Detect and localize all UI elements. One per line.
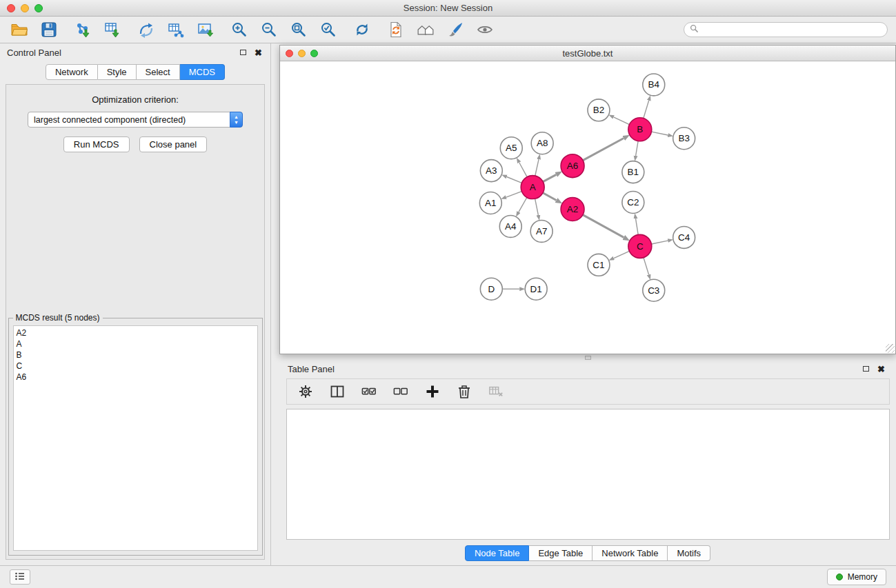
tab-select[interactable]: Select [137, 64, 180, 80]
graph-node-A2[interactable]: A2 [561, 198, 584, 221]
mcds-result-item[interactable]: B [17, 349, 255, 361]
refresh-network-view-button[interactable] [351, 19, 373, 40]
show-hide-details-button[interactable] [474, 19, 496, 40]
search-input[interactable] [701, 25, 882, 34]
import-table-from-file-button[interactable] [101, 19, 123, 40]
new-network-from-table-button[interactable] [165, 19, 187, 40]
tab-style[interactable]: Style [98, 64, 137, 80]
graph-edge-C-C4[interactable] [651, 241, 668, 244]
graph-edge-A6-B[interactable] [583, 139, 624, 161]
table-tab-node-table[interactable]: Node Table [465, 545, 530, 561]
graph-edge-A-A4[interactable] [519, 197, 527, 212]
close-panel-button[interactable]: Close panel [139, 136, 208, 152]
table-tab-network-table[interactable]: Network Table [593, 545, 668, 561]
graph-edge-B-B2[interactable] [614, 117, 630, 125]
graph-node-A6[interactable]: A6 [561, 154, 584, 178]
minimize-window-button[interactable] [21, 4, 29, 12]
graph-edge-A-A3[interactable] [507, 177, 522, 183]
open-file-button[interactable] [8, 19, 30, 40]
graph-node-D1[interactable]: D1 [525, 278, 547, 300]
network-zoom-button[interactable] [310, 50, 318, 57]
graph-edge-A-A7[interactable] [535, 199, 539, 215]
delete-table-button[interactable] [487, 383, 505, 401]
mcds-result-item[interactable]: A [17, 338, 255, 349]
create-column-button[interactable] [424, 383, 441, 401]
graph-node-A5[interactable]: A5 [500, 137, 522, 159]
network-minimize-button[interactable] [298, 50, 306, 57]
table-settings-button[interactable] [297, 383, 315, 401]
birds-eye-view-button[interactable] [415, 19, 437, 40]
graph-edge-A-A6[interactable] [543, 174, 556, 181]
mcds-result-item[interactable]: A6 [17, 372, 255, 383]
zoom-out-button[interactable] [258, 19, 280, 40]
network-canvas[interactable]: B4B2BB3B1C2A5A8A6A3AA1A2A4A7C4CC1C3DD1 [280, 61, 895, 354]
table-tab-edge-table[interactable]: Edge Table [529, 545, 593, 561]
optimization-criterion-dropdown[interactable]: largest connected component (directed) ▲… [28, 112, 243, 128]
zoom-in-button[interactable] [228, 19, 250, 40]
delete-columns-button[interactable] [455, 383, 473, 401]
new-network-button[interactable] [135, 19, 157, 40]
graph-node-B4[interactable]: B4 [643, 74, 665, 96]
show-panels-menu-button[interactable] [10, 569, 30, 585]
zoom-fit-content-icon [290, 21, 308, 39]
zoom-selected-button[interactable] [317, 19, 339, 40]
mcds-result-item[interactable]: C [17, 361, 255, 372]
table-toolbar [286, 378, 890, 405]
graph-edge-C-C2[interactable] [636, 219, 639, 234]
close-panel-icon[interactable]: ✖ [255, 48, 262, 57]
graph-edge-A-A1[interactable] [506, 192, 522, 197]
graph-node-C[interactable]: C [628, 234, 652, 258]
save-session-button[interactable] [38, 19, 60, 40]
graph-node-B[interactable]: B [628, 118, 652, 141]
zoom-fit-content-button[interactable] [288, 19, 310, 40]
graph-edge-C-C1[interactable] [614, 251, 630, 258]
memory-button[interactable]: Memory [827, 569, 886, 585]
graph-edge-B-B3[interactable] [651, 132, 668, 135]
graph-edge-B-B4[interactable] [644, 101, 649, 119]
graph-edge-A-A5[interactable] [519, 163, 527, 177]
horizontal-splitter[interactable] [279, 354, 896, 361]
graph-node-A3[interactable]: A3 [480, 160, 502, 182]
mcds-result-item[interactable]: A2 [17, 327, 255, 338]
graph-edge-A-A8[interactable] [535, 159, 539, 176]
session-file-button[interactable] [385, 19, 407, 40]
tab-network[interactable]: Network [46, 64, 98, 80]
graph-edge-A2-C[interactable] [583, 215, 624, 238]
close-table-panel-icon[interactable]: ✖ [877, 365, 885, 374]
graph-node-D[interactable]: D [480, 278, 502, 300]
graph-node-A7[interactable]: A7 [530, 220, 552, 242]
graph-node-B3[interactable]: B3 [673, 128, 695, 150]
graph-node-C3[interactable]: C3 [643, 279, 665, 301]
graph-node-B2[interactable]: B2 [588, 99, 610, 121]
graph-node-A8[interactable]: A8 [531, 132, 553, 154]
graph-edge-A-A2[interactable] [543, 193, 556, 201]
splitter-handle-icon[interactable] [585, 356, 591, 360]
graph-node-C1[interactable]: C1 [588, 254, 610, 276]
graphics-details-button[interactable] [444, 19, 466, 40]
table-tab-motifs[interactable]: Motifs [668, 545, 710, 561]
close-window-button[interactable] [7, 4, 15, 12]
export-image-button[interactable] [195, 19, 217, 40]
zoom-window-button[interactable] [34, 4, 43, 12]
graph-node-A4[interactable]: A4 [499, 215, 521, 237]
graph-edge-C-C3[interactable] [644, 258, 649, 275]
graph-node-B1[interactable]: B1 [622, 161, 644, 183]
deselect-all-rows-button[interactable] [392, 383, 410, 401]
window-resize-grip[interactable] [886, 344, 895, 353]
run-mcds-button[interactable]: Run MCDS [63, 136, 130, 152]
select-all-rows-button[interactable] [360, 383, 378, 401]
graph-node-A1[interactable]: A1 [479, 192, 501, 214]
network-close-button[interactable] [286, 50, 293, 57]
dropdown-stepper-icon[interactable]: ▲▼ [230, 112, 243, 128]
float-panel-icon[interactable] [240, 50, 246, 55]
graph-node-A[interactable]: A [521, 176, 544, 199]
search-field[interactable] [684, 22, 888, 37]
graph-edge-B-B1[interactable] [636, 141, 638, 156]
import-network-from-file-button[interactable] [72, 19, 94, 40]
show-columns-button[interactable] [328, 383, 346, 401]
graph-node-C4[interactable]: C4 [673, 226, 695, 248]
tab-mcds[interactable]: MCDS [180, 64, 225, 80]
float-table-panel-icon[interactable] [863, 366, 869, 372]
graph-node-C2[interactable]: C2 [622, 192, 644, 214]
svg-text:C1: C1 [593, 260, 604, 270]
